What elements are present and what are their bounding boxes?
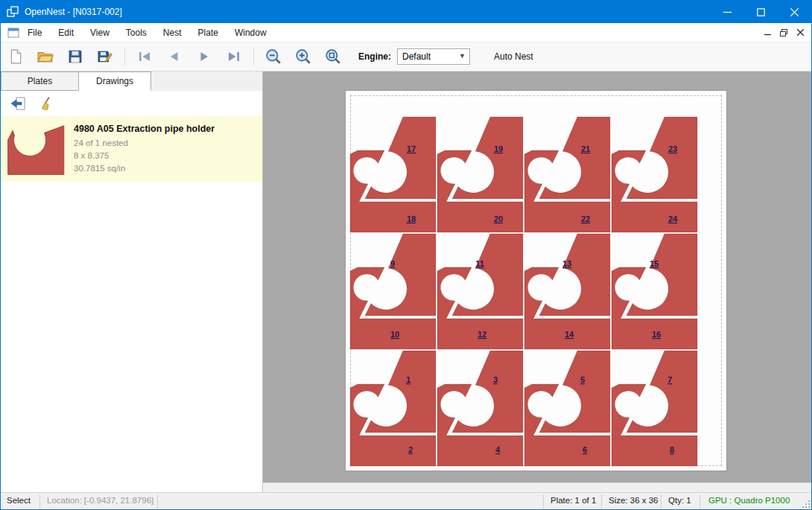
maximize-button[interactable]: [744, 1, 778, 23]
mdi-restore-button[interactable]: [775, 25, 792, 40]
tab-plates[interactable]: Plates: [1, 71, 78, 91]
part-number-label: 19: [494, 144, 503, 153]
zoom-fit-button[interactable]: [320, 45, 346, 68]
part-number-label: 11: [475, 259, 484, 268]
status-qty: Qty: 1: [668, 496, 691, 505]
first-plate-button[interactable]: [132, 45, 157, 68]
part-number-label: 17: [407, 144, 416, 153]
drawings-panel: 4980 A05 Extraction pipe holder 24 of 1 …: [1, 91, 262, 493]
clear-broom-button[interactable]: [35, 94, 57, 113]
send-back-arrow-icon: [10, 96, 26, 111]
toolbar-separator: [124, 48, 125, 66]
save-button[interactable]: [63, 45, 88, 68]
menu-tools[interactable]: Tools: [118, 25, 155, 41]
drawing-area: 30.7815 sq/in: [74, 162, 215, 175]
menu-plate[interactable]: Plate: [190, 25, 226, 41]
nest-canvas[interactable]: 171819202122232491011121314151612345678: [263, 71, 811, 493]
nested-part-pair[interactable]: [350, 351, 436, 466]
title-bar: OpenNest - [N0317-002]: [1, 1, 811, 23]
main-toolbar: Engine: Default ▼ Auto Nest: [1, 42, 811, 71]
horizontal-scrollbar[interactable]: [263, 482, 811, 493]
engine-label: Engine:: [358, 51, 391, 62]
engine-select[interactable]: Default ▼: [397, 48, 470, 65]
status-separator: [661, 494, 662, 509]
previous-plate-button[interactable]: [162, 45, 187, 68]
part-number-label: 20: [494, 214, 503, 223]
minimize-button[interactable]: [711, 1, 744, 23]
nested-part-pair[interactable]: [437, 351, 523, 466]
send-to-plate-button[interactable]: [7, 94, 29, 113]
menu-view[interactable]: View: [82, 25, 118, 41]
resize-grip[interactable]: [802, 500, 811, 509]
new-file-button[interactable]: [3, 45, 28, 68]
close-icon: [790, 8, 799, 16]
app-window: OpenNest - [N0317-002] File Edit View To…: [0, 0, 812, 510]
nested-part-pair[interactable]: [524, 117, 610, 232]
part-number-label: 24: [668, 214, 678, 223]
status-mode: Select: [7, 496, 31, 505]
mdi-close-button[interactable]: [792, 25, 808, 40]
nested-part-pair[interactable]: [350, 117, 436, 232]
part-number-label: 5: [580, 375, 585, 384]
zoom-out-button[interactable]: [261, 45, 286, 68]
menu-edit[interactable]: Edit: [50, 25, 82, 41]
close-button[interactable]: [778, 1, 811, 23]
status-separator: [700, 494, 700, 509]
app-icon: [7, 6, 19, 18]
next-plate-icon: [196, 50, 212, 63]
first-plate-icon: [136, 50, 153, 63]
previous-plate-icon: [166, 50, 183, 63]
open-folder-icon: [37, 49, 54, 64]
nested-part-pair[interactable]: [437, 117, 523, 232]
part-thumbnail: [5, 122, 68, 176]
part-number-label: 4: [495, 445, 501, 454]
part-number-label: 1: [406, 375, 410, 384]
part-number-label: 2: [408, 445, 413, 454]
tab-drawings[interactable]: Drawings: [78, 71, 151, 91]
nested-part-pair[interactable]: [612, 117, 697, 232]
nested-part-pair[interactable]: [524, 351, 610, 466]
part-number-label: 23: [668, 144, 677, 153]
drawing-list-item[interactable]: 4980 A05 Extraction pipe holder 24 of 1 …: [1, 116, 262, 182]
status-separator: [601, 494, 602, 509]
main-area: Plates Drawings: [1, 71, 811, 493]
toolbar-separator: [253, 48, 254, 66]
last-plate-button[interactable]: [221, 45, 247, 68]
last-plate-icon: [226, 50, 242, 63]
save-as-icon: [98, 49, 112, 64]
part-number-label: 9: [390, 259, 395, 268]
part-number-label: 6: [583, 445, 587, 454]
part-number-label: 7: [667, 375, 672, 384]
zoom-in-icon: [295, 48, 311, 65]
part-number-label: 15: [650, 259, 659, 268]
open-folder-button[interactable]: [33, 45, 58, 68]
save-as-button[interactable]: [92, 45, 118, 68]
zoom-in-button[interactable]: [291, 45, 316, 68]
status-location: Location: [-0.9437, 21.8796]: [47, 496, 153, 505]
nested-part-pair[interactable]: [612, 351, 697, 466]
status-plate: Plate: 1 of 1: [551, 496, 596, 505]
engine-selected-value: Default: [402, 51, 431, 62]
plate[interactable]: 171819202122232491011121314151612345678: [345, 90, 727, 471]
minimize-icon: [723, 8, 732, 16]
menu-window[interactable]: Window: [226, 25, 275, 41]
auto-nest-button[interactable]: Auto Nest: [489, 48, 538, 65]
mdi-restore-icon: [780, 29, 787, 36]
next-plate-button[interactable]: [191, 45, 217, 68]
menu-bar: File Edit View Tools Nest Plate Window: [1, 23, 811, 42]
status-size: Size: 36 x 36: [609, 496, 658, 505]
new-file-icon: [8, 49, 23, 64]
part-number-label: 18: [407, 214, 416, 223]
menu-file[interactable]: File: [19, 25, 50, 41]
part-number-label: 16: [652, 330, 661, 339]
status-separator: [543, 494, 544, 509]
part-number-label: 12: [478, 330, 486, 339]
maximize-icon: [757, 8, 765, 16]
part-number-label: 21: [581, 144, 590, 153]
part-number-label: 14: [565, 330, 574, 339]
mdi-close-icon: [797, 29, 804, 36]
zoom-out-icon: [265, 48, 282, 65]
status-separator: [157, 494, 158, 509]
menu-nest[interactable]: Nest: [155, 25, 190, 41]
mdi-minimize-button[interactable]: [759, 25, 775, 40]
